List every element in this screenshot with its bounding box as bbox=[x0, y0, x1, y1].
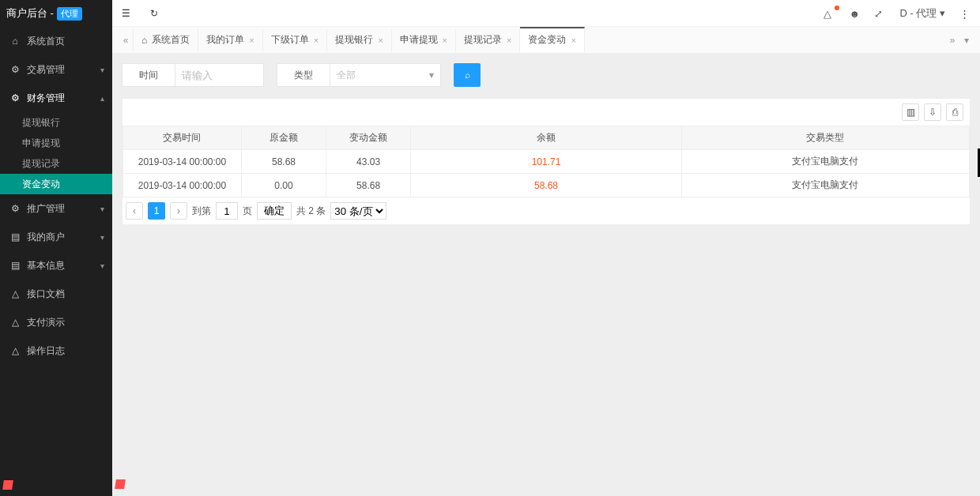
pager-page-input[interactable] bbox=[216, 202, 238, 220]
refresh-icon[interactable]: ↻ bbox=[150, 8, 161, 19]
chat-icon[interactable]: ☻ bbox=[849, 8, 860, 19]
tab-withdraw-apply[interactable]: 申请提现× bbox=[392, 29, 456, 51]
sidebar-item-label: 操作日志 bbox=[27, 344, 65, 358]
tabs-scroll-right[interactable]: » bbox=[945, 35, 959, 46]
pager: ‹ 1 › 到第 页 确定 共 2 条 30 条/页 bbox=[122, 197, 970, 224]
filter-type-select[interactable]: 全部 ▾ bbox=[330, 63, 441, 87]
home-icon: ⌂ bbox=[141, 35, 147, 46]
col-change: 变动金额 bbox=[326, 126, 411, 150]
filter-type-label: 类型 bbox=[277, 63, 330, 87]
pager-prev[interactable]: ‹ bbox=[126, 202, 143, 220]
sidebar-item-promo[interactable]: ⚙ 推广管理 ▾ bbox=[0, 194, 112, 223]
gear-icon: ⚙ bbox=[9, 64, 21, 75]
content-area: 时间 类型 全部 ▾ ⌕ ▥ ⇩ ⎙ bbox=[112, 54, 980, 496]
table-row: 2019-03-14 00:00:00 58.68 43.03 101.71 支… bbox=[123, 150, 970, 174]
fullscreen-icon[interactable]: ⤢ bbox=[874, 8, 885, 19]
close-icon[interactable]: × bbox=[314, 36, 318, 45]
notification-dot bbox=[835, 6, 839, 10]
bell-icon: △ bbox=[9, 288, 21, 299]
sidebar-item-label: 支付演示 bbox=[27, 316, 65, 329]
chevron-down-icon: ▾ bbox=[100, 261, 104, 270]
fund-change-table: 交易时间 原金额 变动金额 余额 交易类型 2019-03-14 00:00:0… bbox=[122, 126, 970, 197]
app-title: 商户后台 - bbox=[6, 6, 54, 21]
sidebar-item-label: 财务管理 bbox=[27, 92, 65, 105]
table-card: ▥ ⇩ ⎙ 交易时间 原金额 变动金额 余额 交易类型 201 bbox=[122, 98, 971, 225]
tab-my-orders[interactable]: 我的订单× bbox=[198, 29, 262, 51]
sidebar-sub-withdraw-apply[interactable]: 申请提现 bbox=[0, 133, 112, 153]
list-icon: ▤ bbox=[9, 260, 21, 271]
table-header-row: 交易时间 原金额 变动金额 余额 交易类型 bbox=[123, 126, 970, 150]
sidebar-item-trade[interactable]: ⚙ 交易管理 ▾ bbox=[0, 55, 112, 84]
search-button[interactable]: ⌕ bbox=[454, 63, 481, 87]
chevron-down-icon: ▾ bbox=[100, 233, 104, 242]
close-icon[interactable]: × bbox=[378, 36, 383, 45]
pager-page-unit: 页 bbox=[243, 205, 252, 218]
sidebar-item-label: 基本信息 bbox=[27, 259, 65, 272]
gear-icon: ⚙ bbox=[9, 92, 21, 103]
close-icon[interactable]: × bbox=[507, 36, 511, 45]
pager-total: 共 2 条 bbox=[296, 205, 326, 218]
list-icon: ▤ bbox=[9, 231, 21, 242]
sidebar-item-label: 推广管理 bbox=[27, 202, 65, 216]
tabs-dropdown-icon[interactable]: ▾ bbox=[959, 35, 974, 46]
filter-type: 类型 全部 ▾ bbox=[277, 63, 441, 87]
sidebar-item-label: 我的商户 bbox=[27, 231, 65, 244]
col-balance: 余额 bbox=[411, 126, 682, 150]
sidebar: 商户后台 - 代理 ⌂ 系统首页 ⚙ 交易管理 ▾ ⚙ 财务管理 ▴ 提现银行 … bbox=[0, 0, 112, 496]
sidebar-item-merchant[interactable]: ▤ 我的商户 ▾ bbox=[0, 223, 112, 251]
topbar: ☰ ↻ △ ☻ ⤢ D - 代理 ▾ ⋮ bbox=[112, 0, 980, 27]
close-icon[interactable]: × bbox=[571, 36, 575, 45]
sidebar-item-label: 交易管理 bbox=[27, 63, 65, 77]
filter-time-input[interactable] bbox=[175, 63, 264, 87]
notification-icon[interactable]: △ bbox=[824, 8, 835, 19]
pager-to-label: 到第 bbox=[192, 205, 211, 218]
sidebar-item-finance[interactable]: ⚙ 财务管理 ▴ bbox=[0, 84, 112, 112]
sidebar-sub-fund-change[interactable]: 资金变动 bbox=[0, 174, 112, 194]
more-icon[interactable]: ⋮ bbox=[959, 8, 971, 19]
columns-tool-icon[interactable]: ▥ bbox=[902, 103, 919, 121]
sidebar-item-home[interactable]: ⌂ 系统首页 bbox=[0, 27, 112, 55]
col-time: 交易时间 bbox=[123, 126, 242, 150]
role-badge: 代理 bbox=[57, 7, 82, 21]
menu-toggle-icon[interactable]: ☰ bbox=[122, 8, 133, 19]
pager-next[interactable]: › bbox=[170, 202, 187, 220]
filter-time: 时间 bbox=[122, 63, 264, 87]
sidebar-item-basic[interactable]: ▤ 基本信息 ▾ bbox=[0, 251, 112, 280]
tabs-bar: « ⌂ 系统首页 我的订单× 下级订单× 提现银行× 申请提现× 提现记录× 资… bbox=[112, 27, 980, 54]
sidebar-item-pay-demo[interactable]: △ 支付演示 bbox=[0, 308, 112, 336]
sidebar-item-op-log[interactable]: △ 操作日志 bbox=[0, 336, 112, 365]
brand-mark-icon bbox=[3, 480, 14, 491]
pager-size-select[interactable]: 30 条/页 bbox=[330, 202, 386, 220]
sidebar-sub-withdraw-log[interactable]: 提现记录 bbox=[0, 153, 112, 174]
tab-home[interactable]: ⌂ 系统首页 bbox=[133, 29, 198, 51]
gear-icon: ⚙ bbox=[9, 203, 21, 214]
bell-icon: △ bbox=[9, 317, 21, 328]
export-tool-icon[interactable]: ⇩ bbox=[924, 103, 941, 121]
sidebar-item-label: 接口文档 bbox=[27, 287, 65, 301]
chevron-down-icon: ▾ bbox=[429, 70, 434, 81]
tab-withdraw-log[interactable]: 提现记录× bbox=[456, 29, 520, 51]
sidebar-sub-withdraw-bank[interactable]: 提现银行 bbox=[0, 112, 112, 133]
sidebar-item-api-doc[interactable]: △ 接口文档 bbox=[0, 280, 112, 308]
search-icon: ⌕ bbox=[465, 70, 470, 81]
bell-icon: △ bbox=[9, 345, 21, 356]
user-menu[interactable]: D - 代理 ▾ bbox=[899, 6, 945, 21]
sidebar-header: 商户后台 - 代理 bbox=[0, 0, 112, 27]
tab-fund-change[interactable]: 资金变动× bbox=[520, 27, 584, 52]
print-tool-icon[interactable]: ⎙ bbox=[946, 103, 963, 121]
tabs-scroll-left[interactable]: « bbox=[119, 35, 133, 46]
close-icon[interactable]: × bbox=[249, 36, 254, 45]
pager-page-1[interactable]: 1 bbox=[148, 202, 165, 220]
close-icon[interactable]: × bbox=[443, 36, 447, 45]
chevron-down-icon: ▾ bbox=[100, 66, 104, 74]
filter-time-label: 时间 bbox=[122, 63, 175, 87]
chevron-down-icon: ▾ bbox=[100, 205, 104, 213]
chevron-up-icon: ▴ bbox=[100, 94, 104, 103]
table-row: 2019-03-14 00:00:00 0.00 58.68 58.68 支付宝… bbox=[123, 174, 970, 197]
tab-sub-orders[interactable]: 下级订单× bbox=[263, 29, 327, 51]
col-type: 交易类型 bbox=[681, 126, 969, 150]
pager-go-button[interactable]: 确定 bbox=[257, 202, 292, 220]
brand-mark-icon bbox=[115, 479, 125, 491]
tab-withdraw-bank[interactable]: 提现银行× bbox=[327, 29, 391, 51]
sidebar-item-label: 系统首页 bbox=[27, 35, 65, 48]
